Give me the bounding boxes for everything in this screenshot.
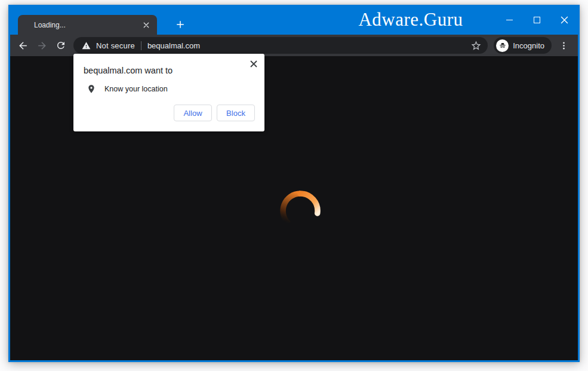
browser-menu-button[interactable] (555, 37, 572, 54)
close-x-icon (250, 60, 257, 68)
browser-window: Loading... Adware.Guru (8, 5, 580, 362)
incognito-label: Incognito (513, 41, 544, 50)
incognito-icon (498, 41, 507, 50)
window-controls (495, 5, 578, 35)
omnibox-divider (141, 41, 141, 50)
dialog-buttons: Allow Block (174, 105, 255, 121)
toolbar: Not secure bequalmal.com (10, 35, 578, 56)
kebab-menu-icon (559, 41, 569, 51)
location-pin-icon (87, 84, 96, 94)
maximize-button[interactable] (523, 5, 550, 35)
tab-title: Loading... (34, 21, 66, 29)
arrow-left-icon (17, 40, 29, 51)
titlebar: Loading... Adware.Guru (10, 5, 578, 35)
address-bar[interactable]: Not secure bequalmal.com (73, 37, 488, 54)
new-tab-button[interactable] (172, 16, 189, 33)
reload-icon (56, 40, 66, 51)
maximize-icon (534, 17, 540, 23)
reload-button[interactable] (52, 36, 70, 54)
arrow-right-icon (36, 40, 48, 51)
tab-close-icon[interactable] (141, 20, 152, 30)
window-app-title: Adware.Guru (333, 5, 489, 35)
permission-label: Know your location (104, 85, 168, 93)
permission-dialog: bequalmal.com want to Know your location… (73, 54, 264, 131)
security-label[interactable]: Not secure (96, 41, 135, 50)
dialog-close-button[interactable] (248, 59, 259, 69)
back-button[interactable] (14, 36, 32, 54)
url-text[interactable]: bequalmal.com (147, 41, 200, 50)
permission-request-row: Know your location (84, 84, 255, 94)
allow-button[interactable]: Allow (174, 105, 212, 121)
forward-button[interactable] (33, 36, 51, 54)
tab-loading[interactable]: Loading... (18, 15, 157, 35)
loading-spinner (273, 184, 327, 238)
warning-triangle-icon (82, 41, 91, 50)
star-icon[interactable] (470, 40, 482, 51)
block-button[interactable]: Block (217, 105, 255, 121)
close-icon (561, 16, 568, 24)
incognito-badge: Incognito (494, 37, 552, 54)
plus-icon (175, 19, 186, 30)
minimize-icon (506, 20, 513, 20)
minimize-button[interactable] (495, 5, 523, 35)
dialog-title: bequalmal.com want to (84, 66, 241, 75)
close-window-button[interactable] (550, 5, 578, 35)
